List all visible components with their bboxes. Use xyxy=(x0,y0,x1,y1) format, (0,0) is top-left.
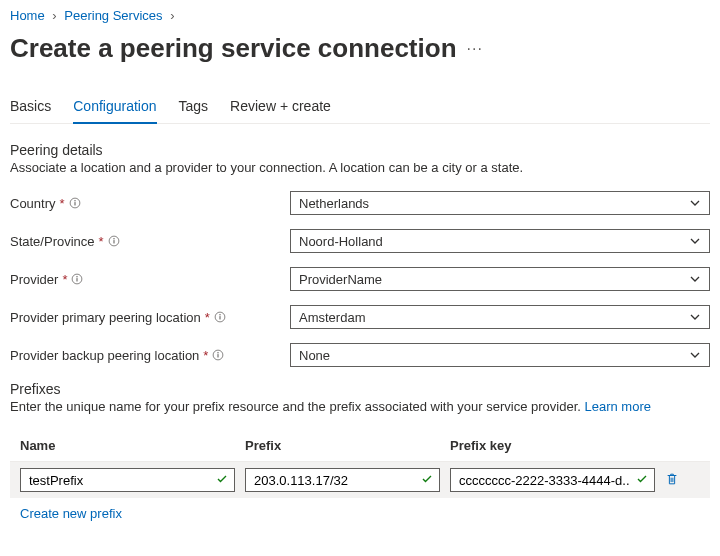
delete-icon[interactable] xyxy=(665,472,679,489)
required-indicator: * xyxy=(99,234,104,249)
required-indicator: * xyxy=(62,272,67,287)
prefixes-heading: Prefixes xyxy=(10,381,710,397)
required-indicator: * xyxy=(203,348,208,363)
chevron-down-icon xyxy=(689,311,701,323)
tabs: Basics Configuration Tags Review + creat… xyxy=(10,94,710,124)
country-select[interactable]: Netherlands xyxy=(290,191,710,215)
backup-location-value: None xyxy=(299,348,330,363)
provider-label: Provider xyxy=(10,272,58,287)
svg-point-13 xyxy=(218,352,219,353)
backup-location-select[interactable]: None xyxy=(290,343,710,367)
svg-point-10 xyxy=(219,314,220,315)
chevron-down-icon xyxy=(689,197,701,209)
chevron-down-icon xyxy=(689,349,701,361)
prefix-key-field[interactable] xyxy=(457,472,632,489)
info-icon[interactable] xyxy=(108,235,120,247)
svg-rect-11 xyxy=(219,316,220,319)
chevron-down-icon xyxy=(689,273,701,285)
breadcrumb: Home › Peering Services › xyxy=(10,8,710,23)
breadcrumb-peering-services[interactable]: Peering Services xyxy=(64,8,162,23)
chevron-right-icon: › xyxy=(170,8,174,23)
chevron-right-icon: › xyxy=(52,8,56,23)
tab-tags[interactable]: Tags xyxy=(179,94,209,123)
primary-location-value: Amsterdam xyxy=(299,310,365,325)
provider-select[interactable]: ProviderName xyxy=(290,267,710,291)
svg-point-1 xyxy=(74,200,75,201)
svg-rect-8 xyxy=(77,278,78,281)
state-select[interactable]: Noord-Holland xyxy=(290,229,710,253)
peering-details-heading: Peering details xyxy=(10,142,710,158)
info-icon[interactable] xyxy=(212,349,224,361)
prefix-name-input[interactable] xyxy=(20,468,235,492)
checkmark-icon xyxy=(636,473,648,488)
prefixes-desc: Enter the unique name for your prefix re… xyxy=(10,399,710,414)
chevron-down-icon xyxy=(689,235,701,247)
svg-rect-2 xyxy=(74,202,75,205)
svg-point-7 xyxy=(77,276,78,277)
svg-point-4 xyxy=(113,238,114,239)
prefixes-table: Name Prefix Prefix key xyxy=(10,430,710,498)
state-value: Noord-Holland xyxy=(299,234,383,249)
col-name: Name xyxy=(20,438,245,453)
provider-value: ProviderName xyxy=(299,272,382,287)
svg-rect-14 xyxy=(218,354,219,357)
country-label: Country xyxy=(10,196,56,211)
info-icon[interactable] xyxy=(69,197,81,209)
table-row xyxy=(10,462,710,498)
page-title: Create a peering service connection xyxy=(10,33,457,64)
svg-rect-5 xyxy=(113,240,114,243)
info-icon[interactable] xyxy=(71,273,83,285)
peering-details-desc: Associate a location and a provider to y… xyxy=(10,160,710,175)
primary-location-label: Provider primary peering location xyxy=(10,310,201,325)
country-value: Netherlands xyxy=(299,196,369,211)
required-indicator: * xyxy=(60,196,65,211)
checkmark-icon xyxy=(421,473,433,488)
backup-location-label: Provider backup peering location xyxy=(10,348,199,363)
tab-configuration[interactable]: Configuration xyxy=(73,94,156,124)
tab-basics[interactable]: Basics xyxy=(10,94,51,123)
required-indicator: * xyxy=(205,310,210,325)
col-key: Prefix key xyxy=(450,438,700,453)
learn-more-link[interactable]: Learn more xyxy=(584,399,650,414)
checkmark-icon xyxy=(216,473,228,488)
more-actions-button[interactable]: ··· xyxy=(467,40,483,58)
create-new-prefix-link[interactable]: Create new prefix xyxy=(10,506,122,521)
prefix-value-input[interactable] xyxy=(245,468,440,492)
prefix-name-field[interactable] xyxy=(27,472,212,489)
info-icon[interactable] xyxy=(214,311,226,323)
breadcrumb-home[interactable]: Home xyxy=(10,8,45,23)
col-prefix: Prefix xyxy=(245,438,450,453)
tab-review-create[interactable]: Review + create xyxy=(230,94,331,123)
primary-location-select[interactable]: Amsterdam xyxy=(290,305,710,329)
state-label: State/Province xyxy=(10,234,95,249)
table-header: Name Prefix Prefix key xyxy=(10,430,710,462)
prefix-key-input[interactable] xyxy=(450,468,655,492)
prefix-value-field[interactable] xyxy=(252,472,417,489)
